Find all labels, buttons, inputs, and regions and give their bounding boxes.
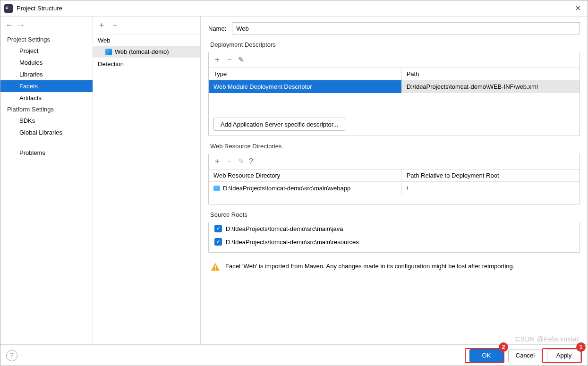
app-icon: [4, 4, 13, 13]
dialog-footer: ? 2 OK Cancel 1 Apply: [0, 344, 588, 366]
cancel-button[interactable]: Cancel: [508, 349, 542, 362]
checkbox-checked-icon[interactable]: ✓: [214, 225, 222, 232]
remove-icon[interactable]: －: [111, 20, 119, 30]
wr-add-icon[interactable]: ＋: [213, 156, 221, 166]
callout-box-apply: 1 Apply: [542, 348, 582, 363]
wr-cell-dir: D:\IdeaProjects\tomcat-demo\src\main\web…: [209, 182, 401, 195]
wr-header-rel: Path Relative to Deployment Root: [401, 170, 579, 182]
sidebar-item-problems[interactable]: Problems: [0, 147, 93, 159]
close-icon[interactable]: ✕: [572, 4, 584, 13]
sidebar-item-sdks[interactable]: SDKs: [0, 115, 93, 127]
checkbox-checked-icon[interactable]: ✓: [214, 238, 222, 246]
source-root-path-2: D:\IdeaProjects\tomcat-demo\src\main\res…: [226, 238, 359, 246]
dd-add-icon[interactable]: ＋: [213, 55, 221, 65]
deployment-descriptors-legend: Deployment Descriptors: [208, 41, 278, 48]
detection-label[interactable]: Detection: [93, 57, 200, 70]
wr-cell-rel: /: [401, 182, 579, 195]
help-button[interactable]: ?: [6, 350, 17, 361]
folder-icon: [213, 186, 220, 191]
ok-button[interactable]: OK: [469, 349, 503, 362]
warning-banner: Facet 'Web' is imported from Maven. Any …: [208, 259, 580, 274]
callout-badge-1: 1: [576, 342, 586, 352]
dd-remove-icon[interactable]: －: [226, 55, 233, 65]
web-facet-icon: [105, 49, 112, 55]
facet-item-web-tomcat-demo[interactable]: Web (tomcat-demo): [93, 46, 200, 57]
callout-badge-2: 2: [499, 342, 508, 352]
wr-row[interactable]: D:\IdeaProjects\tomcat-demo\src\main\web…: [209, 182, 579, 195]
source-root-row-1[interactable]: ✓ D:\IdeaProjects\tomcat-demo\src\main\j…: [209, 222, 579, 235]
sidebar-item-global-libraries[interactable]: Global Libraries: [0, 127, 93, 138]
facet-list-panel: ＋ － Web Web (tomcat-demo) Detection: [93, 17, 201, 344]
sidebar-item-artifacts[interactable]: Artifacts: [0, 92, 93, 104]
wr-header-dir: Web Resource Directory: [209, 170, 401, 182]
titlebar: Project Structure ✕: [0, 0, 588, 17]
add-icon[interactable]: ＋: [98, 20, 105, 30]
source-roots-legend: Source Roots: [208, 211, 249, 218]
sidebar-section-project: Project Settings: [0, 34, 93, 45]
wr-help-icon[interactable]: ?: [249, 157, 253, 166]
window-title: Project Structure: [17, 5, 572, 12]
dd-header-type: Type: [209, 68, 401, 80]
apply-button[interactable]: Apply: [547, 349, 581, 362]
dd-cell-type: Web Module Deployment Descriptor: [209, 80, 401, 94]
source-root-path-1: D:\IdeaProjects\tomcat-demo\src\main\jav…: [226, 225, 343, 232]
facet-item-label: Web (tomcat-demo): [115, 48, 169, 55]
web-resource-directories-legend: Web Resource Directories: [208, 143, 283, 150]
facet-group-web[interactable]: Web: [93, 34, 200, 46]
nav-forward-icon: →: [17, 20, 25, 30]
wr-remove-icon: －: [226, 156, 233, 166]
sidebar-item-facets[interactable]: Facets: [0, 80, 93, 92]
dd-row[interactable]: Web Module Deployment Descriptor D:\Idea…: [209, 80, 579, 94]
dd-edit-icon[interactable]: ✎: [238, 55, 244, 64]
source-root-row-2[interactable]: ✓ D:\IdeaProjects\tomcat-demo\src\main\r…: [209, 235, 579, 248]
name-input[interactable]: [232, 22, 580, 34]
dd-header-path: Path: [401, 68, 579, 80]
sidebar-item-project[interactable]: Project: [0, 45, 93, 57]
nav-back-icon[interactable]: ←: [5, 20, 14, 30]
sidebar-item-modules[interactable]: Modules: [0, 57, 93, 68]
dd-cell-path: D:\IdeaProjects\tomcat-demo\WEB-INF\web.…: [401, 80, 579, 94]
sidebar: ← → Project Settings Project Modules Lib…: [0, 17, 93, 344]
main-panel: Name: Deployment Descriptors ＋ － ✎ Type …: [201, 17, 588, 344]
name-label: Name:: [208, 25, 226, 32]
callout-box-ok: 2 OK: [465, 348, 504, 363]
add-app-server-descriptor-button[interactable]: Add Application Server specific descript…: [213, 118, 345, 131]
svg-rect-1: [215, 269, 216, 270]
wr-edit-icon: ✎: [238, 157, 244, 166]
sidebar-item-libraries[interactable]: Libraries: [0, 68, 93, 80]
warning-icon: [210, 262, 221, 272]
sidebar-section-platform: Platform Settings: [0, 104, 93, 115]
svg-rect-0: [215, 265, 216, 268]
warning-text: Facet 'Web' is imported from Maven. Any …: [225, 262, 514, 272]
